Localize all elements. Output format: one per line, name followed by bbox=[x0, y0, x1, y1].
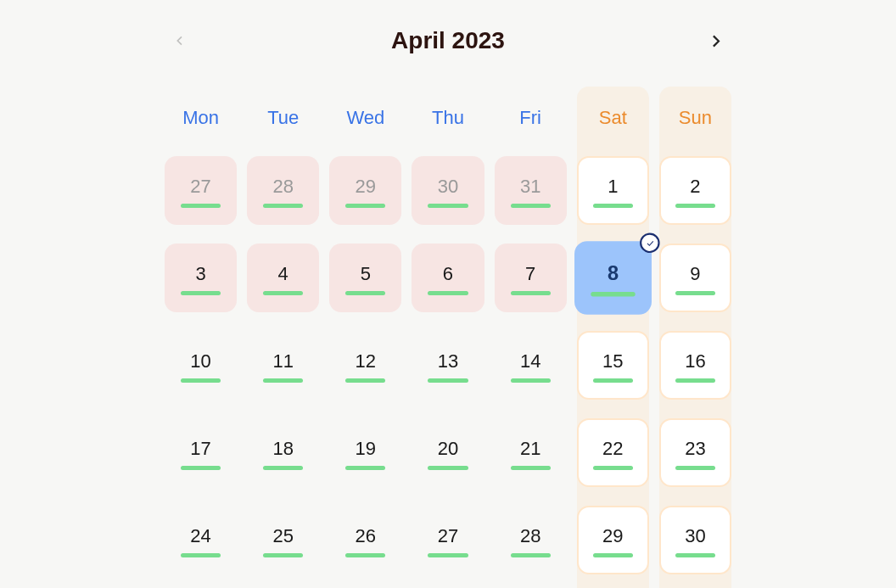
prev-month-button[interactable] bbox=[165, 25, 195, 56]
day-indicator bbox=[263, 291, 303, 295]
day-cell[interactable]: 3 bbox=[165, 244, 237, 312]
day-indicator bbox=[591, 292, 636, 296]
weekday-label: Sat bbox=[577, 95, 649, 141]
weekday-label: Mon bbox=[165, 95, 237, 141]
day-number: 1 bbox=[608, 176, 618, 198]
day-cell[interactable]: 9 bbox=[659, 244, 731, 312]
day-number: 4 bbox=[278, 263, 288, 285]
day-indicator bbox=[181, 553, 221, 557]
day-cell[interactable]: 19 bbox=[329, 418, 401, 487]
day-cell[interactable]: 6 bbox=[412, 244, 484, 312]
day-number: 29 bbox=[602, 525, 623, 547]
calendar: April 2023 Mon Tue Wed Thu Fri Sat Sun 2… bbox=[165, 25, 731, 588]
day-indicator bbox=[428, 204, 468, 208]
day-number: 12 bbox=[356, 350, 376, 372]
day-number: 5 bbox=[361, 263, 371, 285]
day-cell[interactable]: 18 bbox=[247, 418, 319, 487]
day-cell[interactable]: 28 bbox=[247, 156, 319, 225]
day-number: 11 bbox=[272, 350, 293, 372]
day-number: 3 bbox=[195, 263, 205, 285]
weekday-row: Mon Tue Wed Thu Fri Sat Sun bbox=[165, 95, 731, 141]
day-cell[interactable]: 27 bbox=[165, 156, 237, 225]
day-number: 25 bbox=[272, 525, 293, 547]
day-number: 18 bbox=[272, 438, 293, 460]
day-cell[interactable]: 8 bbox=[574, 241, 652, 315]
weekday-label: Thu bbox=[412, 95, 484, 141]
day-indicator bbox=[263, 204, 303, 208]
day-indicator bbox=[345, 553, 385, 557]
day-cell[interactable]: 29 bbox=[329, 156, 401, 225]
day-indicator bbox=[428, 291, 468, 295]
day-number: 15 bbox=[602, 350, 623, 372]
day-number: 24 bbox=[190, 525, 210, 547]
day-cell[interactable]: 12 bbox=[329, 331, 401, 400]
day-number: 28 bbox=[272, 176, 293, 198]
day-indicator bbox=[345, 466, 385, 470]
day-cell[interactable]: 24 bbox=[165, 506, 237, 574]
day-cell[interactable]: 31 bbox=[495, 156, 567, 225]
day-indicator bbox=[263, 378, 303, 383]
day-cell[interactable]: 14 bbox=[495, 331, 567, 400]
day-indicator bbox=[675, 291, 715, 295]
day-number: 9 bbox=[690, 263, 700, 285]
next-month-button[interactable] bbox=[701, 25, 731, 56]
day-cell[interactable]: 2 bbox=[659, 156, 731, 225]
day-cell[interactable]: 7 bbox=[495, 244, 567, 312]
day-indicator bbox=[181, 204, 221, 208]
day-indicator bbox=[511, 378, 551, 383]
month-year-title: April 2023 bbox=[391, 27, 505, 54]
chevron-left-icon bbox=[173, 34, 187, 48]
day-number: 17 bbox=[190, 438, 210, 460]
day-indicator bbox=[428, 378, 468, 383]
day-indicator bbox=[511, 204, 551, 208]
day-number: 26 bbox=[356, 525, 376, 547]
day-indicator bbox=[345, 378, 385, 383]
calendar-header: April 2023 bbox=[165, 25, 731, 56]
day-indicator bbox=[345, 291, 385, 295]
weekday-label: Fri bbox=[495, 95, 567, 141]
day-number: 27 bbox=[438, 525, 458, 547]
day-cell[interactable]: 10 bbox=[165, 331, 237, 400]
day-cell[interactable]: 26 bbox=[329, 506, 401, 574]
day-cell[interactable]: 25 bbox=[247, 506, 319, 574]
chevron-right-icon bbox=[707, 32, 725, 50]
day-cell[interactable]: 29 bbox=[577, 506, 649, 574]
day-indicator bbox=[263, 553, 303, 557]
day-number: 14 bbox=[520, 350, 540, 372]
day-indicator bbox=[181, 378, 221, 383]
day-cell[interactable]: 23 bbox=[659, 418, 731, 487]
day-indicator bbox=[675, 553, 715, 557]
day-indicator bbox=[593, 466, 633, 470]
day-cell[interactable]: 5 bbox=[329, 244, 401, 312]
day-cell[interactable]: 15 bbox=[577, 331, 649, 400]
day-indicator bbox=[428, 466, 468, 470]
day-cell[interactable]: 4 bbox=[247, 244, 319, 312]
day-cell[interactable]: 16 bbox=[659, 331, 731, 400]
day-cell[interactable]: 17 bbox=[165, 418, 237, 487]
day-number: 6 bbox=[443, 263, 453, 285]
day-cell[interactable]: 30 bbox=[659, 506, 731, 574]
weekday-label: Sun bbox=[659, 95, 731, 141]
day-cell[interactable]: 1 bbox=[577, 156, 649, 225]
day-cell[interactable]: 28 bbox=[495, 506, 567, 574]
day-indicator bbox=[593, 553, 633, 557]
day-cell[interactable]: 21 bbox=[495, 418, 567, 487]
day-number: 16 bbox=[685, 350, 705, 372]
day-indicator bbox=[511, 291, 551, 295]
day-number: 21 bbox=[520, 438, 540, 460]
day-indicator bbox=[181, 466, 221, 470]
day-number: 7 bbox=[525, 263, 535, 285]
day-cell[interactable]: 27 bbox=[412, 506, 484, 574]
check-icon bbox=[645, 238, 655, 249]
day-number: 19 bbox=[356, 438, 376, 460]
day-cell[interactable]: 30 bbox=[412, 156, 484, 225]
day-cell[interactable]: 22 bbox=[577, 418, 649, 487]
day-cell[interactable]: 11 bbox=[247, 331, 319, 400]
day-cell[interactable]: 13 bbox=[412, 331, 484, 400]
day-number: 10 bbox=[190, 350, 210, 372]
today-badge bbox=[640, 233, 660, 254]
day-number: 30 bbox=[685, 525, 705, 547]
day-cell[interactable]: 20 bbox=[412, 418, 484, 487]
day-number: 28 bbox=[520, 525, 540, 547]
weekday-label: Wed bbox=[329, 95, 401, 141]
